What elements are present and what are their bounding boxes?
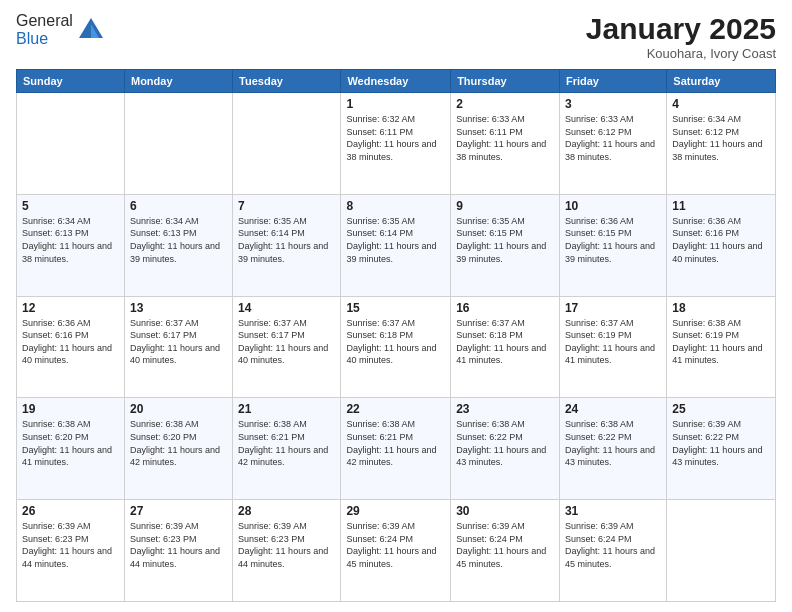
col-sunday: Sunday — [17, 70, 125, 93]
day-info: Sunrise: 6:39 AM Sunset: 6:24 PM Dayligh… — [346, 520, 445, 570]
day-number: 2 — [456, 97, 554, 111]
day-info: Sunrise: 6:38 AM Sunset: 6:20 PM Dayligh… — [22, 418, 119, 468]
page: General Blue January 2025 Kouohara, Ivor… — [0, 0, 792, 612]
day-number: 18 — [672, 301, 770, 315]
day-number: 21 — [238, 402, 335, 416]
day-info: Sunrise: 6:38 AM Sunset: 6:19 PM Dayligh… — [672, 317, 770, 367]
day-number: 16 — [456, 301, 554, 315]
calendar-cell — [667, 500, 776, 602]
calendar-cell: 31Sunrise: 6:39 AM Sunset: 6:24 PM Dayli… — [559, 500, 666, 602]
month-title: January 2025 — [586, 12, 776, 46]
calendar-cell: 13Sunrise: 6:37 AM Sunset: 6:17 PM Dayli… — [124, 296, 232, 398]
day-number: 9 — [456, 199, 554, 213]
day-number: 11 — [672, 199, 770, 213]
calendar-cell: 1Sunrise: 6:32 AM Sunset: 6:11 PM Daylig… — [341, 93, 451, 195]
week-row-5: 26Sunrise: 6:39 AM Sunset: 6:23 PM Dayli… — [17, 500, 776, 602]
week-row-1: 1Sunrise: 6:32 AM Sunset: 6:11 PM Daylig… — [17, 93, 776, 195]
logo: General Blue — [16, 12, 105, 48]
day-number: 31 — [565, 504, 661, 518]
day-number: 23 — [456, 402, 554, 416]
day-number: 28 — [238, 504, 335, 518]
calendar-header-row: Sunday Monday Tuesday Wednesday Thursday… — [17, 70, 776, 93]
calendar-cell: 4Sunrise: 6:34 AM Sunset: 6:12 PM Daylig… — [667, 93, 776, 195]
calendar-cell — [124, 93, 232, 195]
day-number: 29 — [346, 504, 445, 518]
calendar-cell: 30Sunrise: 6:39 AM Sunset: 6:24 PM Dayli… — [451, 500, 560, 602]
day-info: Sunrise: 6:38 AM Sunset: 6:22 PM Dayligh… — [456, 418, 554, 468]
calendar-cell: 15Sunrise: 6:37 AM Sunset: 6:18 PM Dayli… — [341, 296, 451, 398]
day-number: 3 — [565, 97, 661, 111]
day-number: 30 — [456, 504, 554, 518]
day-number: 5 — [22, 199, 119, 213]
day-info: Sunrise: 6:33 AM Sunset: 6:11 PM Dayligh… — [456, 113, 554, 163]
day-info: Sunrise: 6:39 AM Sunset: 6:23 PM Dayligh… — [130, 520, 227, 570]
calendar-cell: 19Sunrise: 6:38 AM Sunset: 6:20 PM Dayli… — [17, 398, 125, 500]
day-info: Sunrise: 6:34 AM Sunset: 6:13 PM Dayligh… — [22, 215, 119, 265]
day-info: Sunrise: 6:37 AM Sunset: 6:17 PM Dayligh… — [238, 317, 335, 367]
calendar-table: Sunday Monday Tuesday Wednesday Thursday… — [16, 69, 776, 602]
calendar-cell: 29Sunrise: 6:39 AM Sunset: 6:24 PM Dayli… — [341, 500, 451, 602]
calendar-cell: 18Sunrise: 6:38 AM Sunset: 6:19 PM Dayli… — [667, 296, 776, 398]
day-info: Sunrise: 6:37 AM Sunset: 6:19 PM Dayligh… — [565, 317, 661, 367]
day-info: Sunrise: 6:35 AM Sunset: 6:14 PM Dayligh… — [346, 215, 445, 265]
day-info: Sunrise: 6:36 AM Sunset: 6:16 PM Dayligh… — [672, 215, 770, 265]
day-number: 4 — [672, 97, 770, 111]
day-number: 14 — [238, 301, 335, 315]
day-info: Sunrise: 6:37 AM Sunset: 6:18 PM Dayligh… — [346, 317, 445, 367]
calendar-cell: 17Sunrise: 6:37 AM Sunset: 6:19 PM Dayli… — [559, 296, 666, 398]
calendar-cell: 20Sunrise: 6:38 AM Sunset: 6:20 PM Dayli… — [124, 398, 232, 500]
calendar-cell: 7Sunrise: 6:35 AM Sunset: 6:14 PM Daylig… — [233, 194, 341, 296]
calendar-cell: 10Sunrise: 6:36 AM Sunset: 6:15 PM Dayli… — [559, 194, 666, 296]
day-info: Sunrise: 6:37 AM Sunset: 6:17 PM Dayligh… — [130, 317, 227, 367]
calendar-cell: 3Sunrise: 6:33 AM Sunset: 6:12 PM Daylig… — [559, 93, 666, 195]
location: Kouohara, Ivory Coast — [586, 46, 776, 61]
header: General Blue January 2025 Kouohara, Ivor… — [16, 12, 776, 61]
day-info: Sunrise: 6:38 AM Sunset: 6:21 PM Dayligh… — [346, 418, 445, 468]
day-info: Sunrise: 6:36 AM Sunset: 6:16 PM Dayligh… — [22, 317, 119, 367]
calendar-cell: 22Sunrise: 6:38 AM Sunset: 6:21 PM Dayli… — [341, 398, 451, 500]
day-number: 26 — [22, 504, 119, 518]
calendar-cell: 11Sunrise: 6:36 AM Sunset: 6:16 PM Dayli… — [667, 194, 776, 296]
day-info: Sunrise: 6:32 AM Sunset: 6:11 PM Dayligh… — [346, 113, 445, 163]
day-info: Sunrise: 6:39 AM Sunset: 6:24 PM Dayligh… — [456, 520, 554, 570]
day-info: Sunrise: 6:37 AM Sunset: 6:18 PM Dayligh… — [456, 317, 554, 367]
calendar-cell: 12Sunrise: 6:36 AM Sunset: 6:16 PM Dayli… — [17, 296, 125, 398]
week-row-3: 12Sunrise: 6:36 AM Sunset: 6:16 PM Dayli… — [17, 296, 776, 398]
day-info: Sunrise: 6:39 AM Sunset: 6:23 PM Dayligh… — [22, 520, 119, 570]
day-number: 12 — [22, 301, 119, 315]
calendar-cell: 16Sunrise: 6:37 AM Sunset: 6:18 PM Dayli… — [451, 296, 560, 398]
logo-general-text: General — [16, 12, 73, 29]
day-number: 6 — [130, 199, 227, 213]
day-number: 20 — [130, 402, 227, 416]
col-wednesday: Wednesday — [341, 70, 451, 93]
col-saturday: Saturday — [667, 70, 776, 93]
calendar-cell: 26Sunrise: 6:39 AM Sunset: 6:23 PM Dayli… — [17, 500, 125, 602]
day-number: 17 — [565, 301, 661, 315]
col-thursday: Thursday — [451, 70, 560, 93]
logo-blue-text: Blue — [16, 30, 48, 47]
day-info: Sunrise: 6:38 AM Sunset: 6:22 PM Dayligh… — [565, 418, 661, 468]
day-info: Sunrise: 6:39 AM Sunset: 6:24 PM Dayligh… — [565, 520, 661, 570]
calendar-cell: 25Sunrise: 6:39 AM Sunset: 6:22 PM Dayli… — [667, 398, 776, 500]
day-info: Sunrise: 6:39 AM Sunset: 6:22 PM Dayligh… — [672, 418, 770, 468]
day-info: Sunrise: 6:39 AM Sunset: 6:23 PM Dayligh… — [238, 520, 335, 570]
logo-icon — [77, 16, 105, 44]
calendar-cell: 2Sunrise: 6:33 AM Sunset: 6:11 PM Daylig… — [451, 93, 560, 195]
col-monday: Monday — [124, 70, 232, 93]
day-info: Sunrise: 6:35 AM Sunset: 6:15 PM Dayligh… — [456, 215, 554, 265]
day-info: Sunrise: 6:33 AM Sunset: 6:12 PM Dayligh… — [565, 113, 661, 163]
day-info: Sunrise: 6:34 AM Sunset: 6:12 PM Dayligh… — [672, 113, 770, 163]
day-info: Sunrise: 6:34 AM Sunset: 6:13 PM Dayligh… — [130, 215, 227, 265]
col-tuesday: Tuesday — [233, 70, 341, 93]
title-block: January 2025 Kouohara, Ivory Coast — [586, 12, 776, 61]
day-info: Sunrise: 6:36 AM Sunset: 6:15 PM Dayligh… — [565, 215, 661, 265]
calendar-cell: 5Sunrise: 6:34 AM Sunset: 6:13 PM Daylig… — [17, 194, 125, 296]
week-row-4: 19Sunrise: 6:38 AM Sunset: 6:20 PM Dayli… — [17, 398, 776, 500]
calendar-cell: 27Sunrise: 6:39 AM Sunset: 6:23 PM Dayli… — [124, 500, 232, 602]
day-number: 10 — [565, 199, 661, 213]
calendar-cell: 6Sunrise: 6:34 AM Sunset: 6:13 PM Daylig… — [124, 194, 232, 296]
day-info: Sunrise: 6:35 AM Sunset: 6:14 PM Dayligh… — [238, 215, 335, 265]
day-number: 15 — [346, 301, 445, 315]
calendar-cell: 24Sunrise: 6:38 AM Sunset: 6:22 PM Dayli… — [559, 398, 666, 500]
calendar-cell: 8Sunrise: 6:35 AM Sunset: 6:14 PM Daylig… — [341, 194, 451, 296]
